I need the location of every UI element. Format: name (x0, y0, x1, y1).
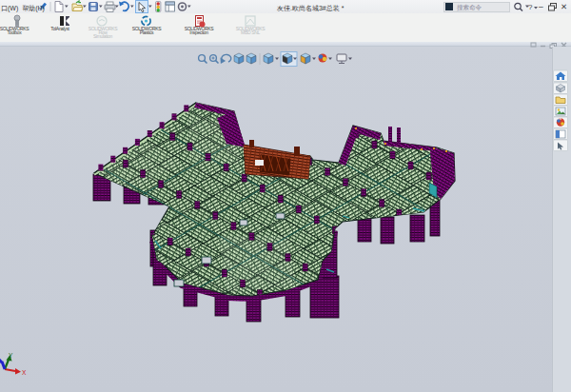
svg-text:Y: Y (9, 352, 13, 359)
svg-text:X: X (22, 369, 27, 376)
